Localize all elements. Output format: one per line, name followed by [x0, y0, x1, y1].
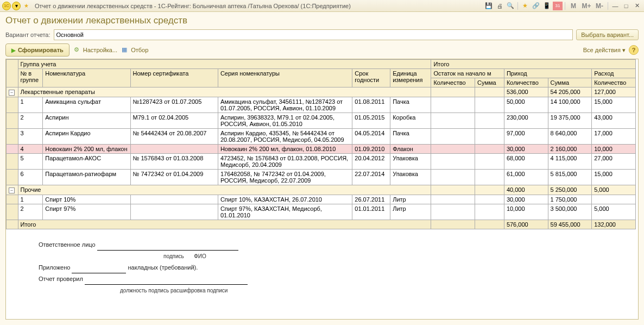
col-series: Серия номенклатуры: [218, 69, 352, 88]
table-row[interactable]: 1Амикацина сульфат№1287423 от 01.07.2005…: [7, 97, 636, 113]
group-row[interactable]: −Прочие40,0005 250,0005,000: [7, 185, 636, 195]
table-row[interactable]: 6Парацетамол-ратиофарм№ 7472342 от 01.04…: [7, 170, 636, 185]
star-icon[interactable]: ★: [22, 2, 30, 10]
signature-block: Ответственное лицо подпись ФИО Приложено…: [39, 239, 638, 296]
help-button[interactable]: ?: [629, 45, 639, 55]
all-actions-dropdown[interactable]: Все действия ▾: [583, 47, 626, 54]
preview-icon[interactable]: 🔍: [506, 2, 515, 10]
grand-total-row: Итого576,00059 455,000132,000: [7, 220, 636, 229]
table-row[interactable]: 2АспиринМ79.1 от 02.04.2005Аспирин, 3963…: [7, 113, 636, 129]
variant-label: Вариант отчета:: [5, 32, 50, 38]
col-prihod: Приход: [504, 69, 591, 78]
window-title: Отчет о движении лекарственных средств -…: [35, 3, 351, 9]
form-button-label: Сформировать: [18, 47, 64, 53]
filter-button[interactable]: ▦Отбор: [122, 46, 148, 54]
m-plus-button[interactable]: M+: [580, 2, 592, 10]
choose-variant-button[interactable]: Выбрать вариант...: [576, 29, 639, 40]
variant-input[interactable]: [54, 29, 573, 40]
save-icon[interactable]: 💾: [484, 2, 494, 10]
calc-icon[interactable]: 📱: [542, 2, 552, 10]
dropdown-icon[interactable]: ▾: [12, 2, 21, 10]
col-start: Остаток на начало м: [431, 69, 504, 78]
close-button[interactable]: ✕: [632, 2, 642, 10]
table-row[interactable]: 5Парацетамол-АКОС№ 1576843 от 01.03.2008…: [7, 154, 636, 170]
app-icon: 1C: [2, 2, 11, 10]
col-rashod: Расход: [592, 69, 636, 78]
col-cert: Номер сертификата: [130, 69, 218, 88]
col-group: Группа учета: [18, 60, 431, 69]
col-num: № в группе: [18, 69, 43, 88]
collapse-icon[interactable]: −: [9, 188, 15, 193]
m-button[interactable]: M: [567, 2, 579, 10]
report-table: Группа учета Итого № в группе Номенклату…: [6, 59, 636, 229]
form-button[interactable]: ▶Сформировать: [5, 43, 70, 57]
collapse-icon[interactable]: −: [9, 90, 15, 96]
favorite-icon[interactable]: ★: [520, 2, 530, 10]
minimize-button[interactable]: —: [610, 2, 620, 10]
calendar-icon[interactable]: 31: [553, 2, 563, 10]
filter-icon: ▦: [122, 46, 129, 54]
col-expiry: Срок годности: [352, 69, 390, 88]
table-row[interactable]: 1Спирт 10%Спирт 10%, КАЗАХСТАН, 26.07.20…: [7, 195, 636, 204]
table-row[interactable]: 4Новокаин 2% 200 мл, флаконНовокаин 2% 2…: [7, 145, 636, 154]
m-minus-button[interactable]: M-: [594, 2, 605, 10]
col-nomen: Номенклатура: [43, 69, 130, 88]
settings-icon: ⚙: [74, 46, 81, 54]
col-itogo: Итого: [431, 60, 636, 69]
maximize-button[interactable]: □: [621, 2, 631, 10]
table-row[interactable]: 3Аспирин Кардио№ 54442434 от 20.08.2007А…: [7, 129, 636, 145]
col-unit: Единица измерения: [390, 69, 431, 88]
report-area: Группа учета Итого № в группе Номенклату…: [5, 59, 639, 320]
table-row[interactable]: 2Спирт 97%Спирт 97%, КАЗАХСТАН, Медисорб…: [7, 204, 636, 220]
print-icon[interactable]: 🖨: [495, 2, 504, 10]
page-title: Отчет о движении лекарственных средств: [5, 15, 639, 26]
link-icon[interactable]: 🔗: [531, 2, 541, 10]
play-icon: ▶: [11, 47, 16, 53]
titlebar: 1C ▾ ★ Отчет о движении лекарственных ср…: [0, 0, 644, 12]
group-row[interactable]: −Лекарственные препараты536,00054 205,00…: [7, 88, 636, 97]
settings-button[interactable]: ⚙Настройка...: [74, 46, 117, 54]
